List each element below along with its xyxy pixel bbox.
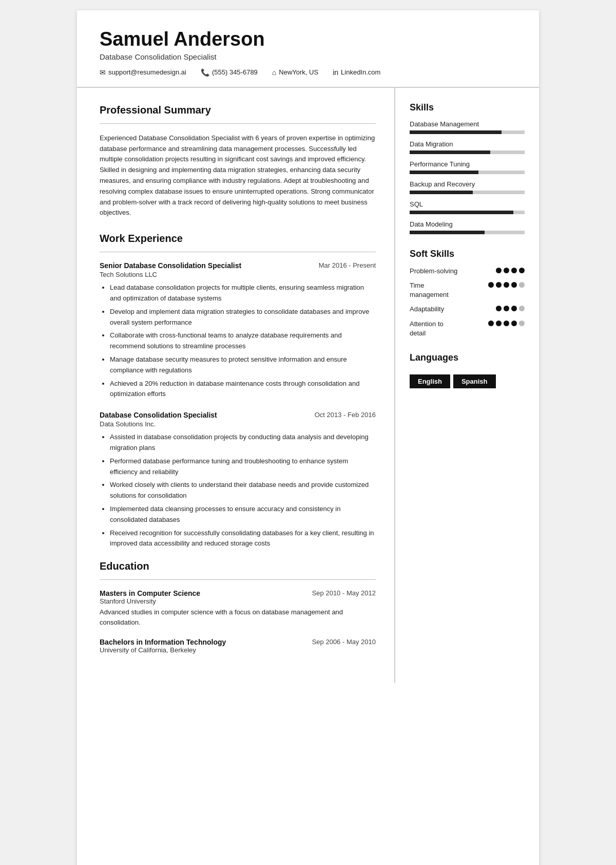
resume-document: Samuel Anderson Database Consolidation S…	[77, 10, 539, 865]
skill-item: Data Modeling	[410, 220, 525, 234]
dot-empty	[519, 282, 525, 288]
skill-name: Backup and Recovery	[410, 180, 525, 188]
skill-name: Data Modeling	[410, 220, 525, 228]
skill-name: Database Management	[410, 120, 525, 128]
job-block: Senior Database Consolidation Specialist…	[100, 261, 376, 400]
dot-filled	[496, 306, 502, 311]
edu-header: Masters in Computer ScienceSep 2010 - Ma…	[100, 589, 376, 597]
skill-bar-fill	[410, 211, 513, 214]
edu-degree: Masters in Computer Science	[100, 589, 200, 597]
soft-skill-name: Attention to detail	[410, 319, 488, 338]
contact-bar: ✉ support@resumedesign.ai 📞 (555) 345-67…	[100, 68, 516, 77]
job-block: Database Consolidation SpecialistOct 201…	[100, 411, 376, 549]
skill-dots	[496, 268, 525, 273]
job-header: Database Consolidation SpecialistOct 201…	[100, 411, 376, 419]
phone-contact: 📞 (555) 345-6789	[201, 68, 258, 77]
list-item: Assisted in database consolidation proje…	[110, 432, 376, 454]
dot-empty	[519, 306, 525, 311]
dot-filled	[511, 282, 517, 288]
list-item: Worked closely with clients to understan…	[110, 480, 376, 501]
skill-name: Performance Tuning	[410, 160, 525, 168]
edu-dates: Sep 2010 - May 2012	[312, 589, 376, 597]
dot-filled	[519, 268, 525, 273]
skill-item: Performance Tuning	[410, 160, 525, 174]
languages-section: Languages EnglishSpanish	[410, 352, 525, 388]
dot-filled	[504, 306, 509, 311]
skill-item: Data Migration	[410, 140, 525, 154]
job-dates: Mar 2016 - Present	[319, 261, 376, 269]
main-column: Professional Summary Experienced Databas…	[77, 88, 395, 683]
list-item: Collaborate with cross-functional teams …	[110, 330, 376, 352]
dot-filled	[496, 282, 502, 288]
edu-school: University of California, Berkeley	[100, 646, 376, 654]
resume-header: Samuel Anderson Database Consolidation S…	[77, 10, 539, 88]
list-item: Develop and implement data migration str…	[110, 307, 376, 328]
skill-bar-bg	[410, 130, 525, 134]
summary-title: Professional Summary	[100, 104, 376, 116]
summary-divider	[100, 123, 376, 124]
soft-skill-item: Adaptability	[410, 305, 525, 314]
dot-filled	[511, 268, 517, 273]
skill-bar-fill	[410, 130, 502, 134]
edu-degree: Bachelors in Information Technology	[100, 638, 226, 646]
soft-skill-name: Time management	[410, 281, 488, 299]
resume-body: Professional Summary Experienced Databas…	[77, 88, 539, 683]
education-list: Masters in Computer ScienceSep 2010 - Ma…	[100, 589, 376, 654]
skill-dots	[496, 306, 525, 311]
list-item: Manage database security measures to pro…	[110, 354, 376, 376]
soft-skill-item: Attention to detail	[410, 319, 525, 338]
soft-skills-title: Soft Skills	[410, 249, 525, 259]
education-section: Education Masters in Computer ScienceSep…	[100, 560, 376, 654]
linkedin-icon: in	[333, 68, 338, 77]
skill-item: SQL	[410, 200, 525, 214]
skill-bar-fill	[410, 191, 473, 194]
side-column: Skills Database ManagementData Migration…	[395, 88, 539, 683]
list-item: Lead database consolidation projects for…	[110, 283, 376, 304]
skill-name: SQL	[410, 200, 525, 208]
skill-bar-fill	[410, 151, 490, 154]
linkedin-contact: in LinkedIn.com	[333, 68, 380, 77]
soft-skill-item: Time management	[410, 281, 525, 299]
jobs-list: Senior Database Consolidation Specialist…	[100, 261, 376, 549]
dot-filled	[488, 321, 494, 326]
dot-empty	[519, 321, 525, 326]
dot-filled	[488, 282, 494, 288]
skill-bar-fill	[410, 231, 485, 234]
email-contact: ✉ support@resumedesign.ai	[100, 68, 186, 77]
job-header: Senior Database Consolidation Specialist…	[100, 261, 376, 270]
job-title: Database Consolidation Specialist	[100, 411, 217, 419]
soft-skill-name: Adaptability	[410, 305, 496, 314]
skills-section: Skills Database ManagementData Migration…	[410, 102, 525, 234]
skill-bar-bg	[410, 151, 525, 154]
job-dates: Oct 2013 - Feb 2016	[315, 411, 376, 419]
skills-title: Skills	[410, 102, 525, 113]
edu-block: Bachelors in Information TechnologySep 2…	[100, 638, 376, 654]
work-title: Work Experience	[100, 233, 376, 245]
location-icon: ⌂	[272, 68, 276, 77]
candidate-name: Samuel Anderson	[100, 29, 516, 50]
job-bullets: Lead database consolidation projects for…	[100, 283, 376, 400]
soft-skill-name: Problem-solving	[410, 267, 496, 276]
skills-list: Database ManagementData MigrationPerform…	[410, 120, 525, 234]
language-badge: English	[410, 374, 450, 388]
language-badge: Spanish	[453, 374, 496, 388]
languages-list: EnglishSpanish	[410, 370, 525, 388]
edu-dates: Sep 2006 - May 2010	[312, 638, 376, 646]
skill-item: Backup and Recovery	[410, 180, 525, 194]
list-item: Performed database performance tuning an…	[110, 456, 376, 478]
edu-header: Bachelors in Information TechnologySep 2…	[100, 638, 376, 646]
email-icon: ✉	[100, 68, 106, 77]
education-divider	[100, 579, 376, 580]
location-contact: ⌂ NewYork, US	[272, 68, 318, 77]
skill-bar-bg	[410, 171, 525, 174]
dot-filled	[504, 268, 509, 273]
skill-bar-bg	[410, 231, 525, 234]
education-title: Education	[100, 560, 376, 572]
dot-filled	[504, 282, 509, 288]
dot-filled	[511, 321, 517, 326]
skill-bar-bg	[410, 211, 525, 214]
job-company: Data Solutions Inc.	[100, 420, 376, 428]
list-item: Received recognition for successfully co…	[110, 528, 376, 550]
edu-school: Stanford University	[100, 597, 376, 605]
edu-block: Masters in Computer ScienceSep 2010 - Ma…	[100, 589, 376, 628]
